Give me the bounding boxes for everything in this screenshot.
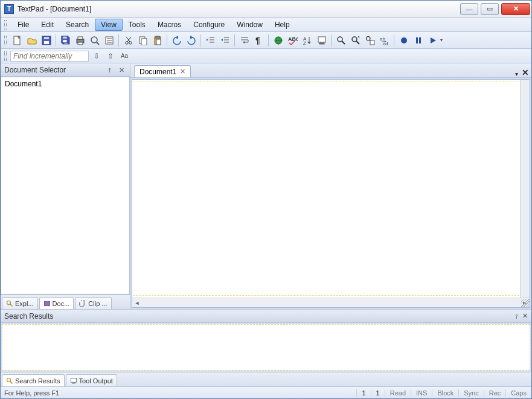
tab-close-icon[interactable]: ✕ [522,68,529,77]
window-titlebar: T TextPad - [Document1] — ▭ ✕ [1,1,531,18]
findbar: ⇩ ⇧ Aa [1,49,531,63]
play-macro-button[interactable] [426,34,440,47]
new-button[interactable] [11,34,24,47]
save-button[interactable] [40,34,53,47]
search-results-title: Search Results [4,312,53,321]
status-read: Read [385,389,411,397]
document-list: Document1 [1,77,130,295]
close-panel-icon[interactable]: ✕ [119,66,126,74]
svg-point-4 [7,378,11,381]
menu-help[interactable]: Help [269,19,296,31]
pin-icon[interactable]: ⫯ [515,313,519,320]
menu-window[interactable]: Window [231,19,269,31]
menu-search[interactable]: Search [60,19,95,31]
resize-grip[interactable] [521,299,530,307]
save-all-button[interactable] [59,34,72,47]
tab-dropdown-icon[interactable]: ▾ [515,71,518,77]
svg-rect-3 [47,301,50,306]
left-tab-clip[interactable]: Clip ... [75,297,111,309]
document-selector-panel: Document Selector ⫯ ✕ Document1 Expl...D… [1,63,130,309]
horizontal-scrollbar[interactable]: ◄ ► [132,298,530,307]
pause-macro-button[interactable] [412,34,425,47]
run-button[interactable] [315,34,328,47]
print-preview-button[interactable] [88,34,101,47]
menubar-grip[interactable] [4,20,7,30]
vertical-scrollbar[interactable] [520,80,530,298]
menu-edit[interactable]: Edit [35,19,60,31]
window-controls: — ▭ ✕ [459,3,531,15]
document-selector-header: Document Selector ⫯ ✕ [1,63,130,77]
findbar-grip[interactable] [4,51,7,61]
properties-button[interactable] [103,34,116,47]
toolbar-grip[interactable] [4,36,7,45]
print-button[interactable] [74,34,87,47]
window-title: TextPad - [Document1] [18,5,91,13]
match-case-icon[interactable]: Aa [118,50,130,62]
find-input[interactable] [10,51,89,62]
menubar: FileEditSearchViewToolsMacrosConfigureWi… [1,18,531,32]
menu-configure[interactable]: Configure [187,19,231,31]
status-rec: Rec [484,389,506,397]
copy-button[interactable] [136,34,150,47]
find-prev-up-icon[interactable]: ⇧ [104,50,117,62]
pin-icon[interactable]: ⫯ [108,66,115,74]
minimize-button[interactable]: — [460,3,478,15]
find-button[interactable] [335,34,348,47]
find-next-button[interactable] [349,34,362,47]
find-in-files-button[interactable] [364,34,377,47]
status-caps: Caps [505,389,531,397]
status-ins: INS [411,389,432,397]
search-results-header: Search Results ⫯ ✕ [1,310,531,323]
editor-area: Document1✕ ▾ ✕ ◄ ► [130,63,531,309]
record-macro-button[interactable] [397,34,411,47]
find-next-down-icon[interactable]: ⇩ [91,50,103,62]
left-tab-expl[interactable]: Expl... [2,297,38,309]
status-block: Block [432,389,458,397]
document-list-item[interactable]: Document1 [1,77,129,91]
outdent-button[interactable] [219,34,232,47]
tab-close-icon[interactable]: ✕ [180,68,185,75]
redo-button[interactable] [185,34,198,47]
app-icon: T [4,4,14,14]
status-col: 1 [371,389,385,397]
close-panel-icon[interactable]: ✕ [522,312,528,320]
sort-button[interactable] [301,34,314,47]
bottom-tabs: Search ResultsTool Output [1,372,531,386]
web-browser-button[interactable] [272,34,285,47]
open-button[interactable] [25,34,39,47]
editor: ◄ ► [132,79,530,308]
bottom-tab-search-results[interactable]: Search Results [2,374,65,386]
document-selector-title: Document Selector [4,66,66,74]
word-wrap-button[interactable] [238,34,251,47]
editor-textarea[interactable] [133,81,528,296]
paste-button[interactable] [151,34,164,47]
svg-line-5 [10,381,13,383]
scroll-left-icon[interactable]: ◄ [132,299,142,307]
menu-view[interactable]: View [95,19,123,31]
svg-rect-6 [71,378,76,382]
bottom-tab-tool-output[interactable]: Tool Output [66,374,117,386]
menu-file[interactable]: File [11,19,35,31]
undo-button[interactable] [170,34,184,47]
menu-tools[interactable]: Tools [123,19,152,31]
maximize-button[interactable]: ▭ [481,3,499,15]
replace-button[interactable] [378,34,391,47]
show-para-button[interactable] [252,34,266,47]
svg-point-0 [7,301,11,304]
svg-rect-2 [44,301,46,306]
indent-button[interactable] [204,34,217,47]
close-button[interactable]: ✕ [501,3,530,15]
spell-button[interactable] [286,34,300,47]
statusbar: For Help, press F1 1 1 ReadINSBlockSyncR… [1,386,531,398]
document-tabs: Document1✕ ▾ ✕ [130,63,531,78]
search-results-panel: Search Results ⫯ ✕ Search ResultsTool Ou… [1,309,531,386]
left-tabs: Expl...Doc...Clip ... [1,295,130,309]
left-tab-doc[interactable]: Doc... [39,297,74,309]
document-tab[interactable]: Document1✕ [134,65,191,77]
svg-line-1 [10,304,13,306]
toolbar-overflow[interactable]: ▾ [440,37,446,43]
menu-macros[interactable]: Macros [152,19,187,31]
cut-button[interactable] [122,34,135,47]
status-sync: Sync [458,389,483,397]
search-results-body[interactable] [2,324,530,371]
